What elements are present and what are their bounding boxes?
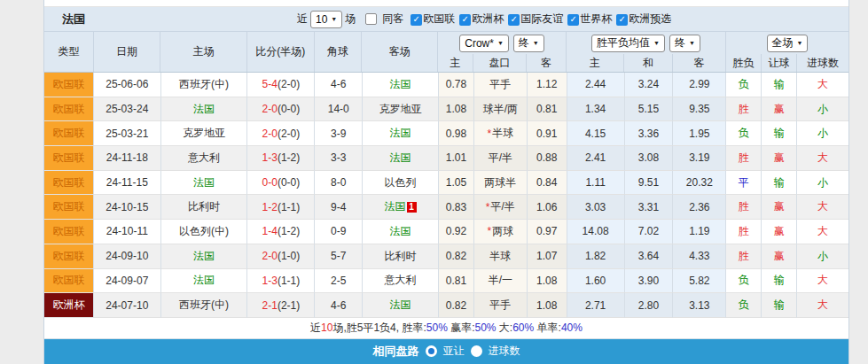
league-checkbox-label[interactable]: 欧洲预选 (629, 12, 671, 25)
handicap-cell: 半/一 (474, 269, 528, 294)
league-checkbox[interactable]: ✓ (567, 14, 579, 26)
home-team-cell[interactable]: 意大利 (161, 146, 248, 171)
asian-handicap-radio[interactable] (426, 345, 437, 357)
score-cell[interactable]: 0-0(0-0) (247, 171, 315, 196)
away-team-cell[interactable]: 法国 (363, 121, 439, 146)
away-team-name[interactable]: 法国 (390, 298, 411, 313)
league-checkbox[interactable]: ✓ (616, 14, 628, 26)
away-team-name[interactable]: 法国 (390, 151, 411, 166)
corners-cell: 5-7 (315, 244, 363, 269)
summary-segment: 10 (321, 321, 332, 334)
league-checkbox-label[interactable]: 欧国联 (423, 12, 455, 25)
home-team-cell[interactable]: 法国 (161, 97, 248, 122)
score-cell[interactable]: 2-0(2-0) (247, 121, 315, 146)
match-date-cell[interactable]: 24-10-15 (94, 195, 161, 220)
match-type-badge[interactable]: 欧国联 (44, 244, 94, 269)
league-checkbox[interactable]: ✓ (508, 14, 520, 26)
handicap-text: 两球 (492, 224, 513, 239)
match-date-cell[interactable]: 24-11-18 (94, 146, 161, 171)
score-cell[interactable]: 1-3(1-2) (247, 146, 315, 171)
away-team-cell[interactable]: 法国 (363, 146, 439, 171)
match-type-badge[interactable]: 欧国联 (44, 195, 94, 220)
match-date-cell[interactable]: 25-03-24 (94, 97, 161, 122)
league-checkbox-label[interactable]: 世界杯 (580, 12, 612, 25)
match-type-badge[interactable]: 欧国联 (44, 97, 94, 122)
handicap-cell: *半球 (474, 121, 528, 146)
match-count-select[interactable]: 10▼ (310, 11, 342, 28)
score-cell[interactable]: 1-4(1-2) (247, 220, 315, 244)
league-checkbox[interactable]: ✓ (411, 14, 422, 26)
match-type-badge[interactable]: 欧国联 (44, 121, 94, 146)
avg-draw-cell: 7.02 (625, 220, 674, 244)
score-cell[interactable]: 5-4(2-0) (247, 73, 315, 97)
score-cell[interactable]: 1-2(1-1) (247, 195, 315, 220)
odds-selects-row: Crow*▼ 终▼ 胜平负均值▼ 终▼ 全场▼ (438, 32, 848, 54)
away-team-cell[interactable]: 法国 (363, 220, 439, 244)
home-team-cell[interactable]: 法国 (161, 244, 248, 269)
handicap-text: 平手 (489, 77, 511, 92)
away-team-name[interactable]: 意大利 (385, 273, 417, 288)
corners-cell: 9-4 (315, 195, 363, 220)
match-date-cell[interactable]: 24-07-10 (94, 293, 161, 318)
home-team-cell[interactable]: 法国 (161, 171, 248, 196)
match-date-cell[interactable]: 24-10-11 (94, 220, 161, 244)
bookmaker-select[interactable]: Crow*▼ (459, 35, 509, 52)
league-checkbox-label[interactable]: 欧洲杯 (472, 12, 504, 25)
match-type-badge[interactable]: 欧洲杯 (44, 293, 94, 318)
away-team-cell[interactable]: 法国1 (363, 195, 439, 220)
match-date-cell[interactable]: 24-11-15 (94, 171, 161, 196)
score-cell[interactable]: 2-0(0-0) (247, 97, 315, 122)
final-odds-select-2[interactable]: 终▼ (669, 35, 700, 52)
away-team-cell[interactable]: 以色列 (363, 171, 439, 196)
home-team-cell[interactable]: 西班牙(中) (161, 293, 248, 318)
same-away-checkbox[interactable] (365, 13, 377, 25)
score-cell[interactable]: 2-0(1-0) (247, 244, 315, 269)
goals-label[interactable]: 进球数 (489, 344, 520, 359)
goals-result-cell: 小 (797, 244, 848, 269)
handicap-cell: 两球半 (474, 171, 528, 196)
away-team-name[interactable]: 比利时 (385, 249, 417, 264)
avg-draw-cell: 3.64 (625, 244, 674, 269)
match-type-badge[interactable]: 欧国联 (44, 73, 94, 97)
away-team-cell[interactable]: 克罗地亚 (363, 97, 439, 122)
league-checkbox[interactable]: ✓ (459, 14, 471, 26)
halftime-score: (1-2) (278, 151, 300, 164)
avg-odds-select[interactable]: 胜平负均值▼ (591, 35, 665, 52)
fulltime-select[interactable]: 全场▼ (767, 35, 809, 52)
handicap-result-cell: 赢 (762, 97, 797, 122)
match-date-cell[interactable]: 25-06-06 (94, 73, 161, 97)
winloss-result-cell: 负 (726, 293, 762, 318)
away-team-cell[interactable]: 比利时 (363, 244, 439, 269)
match-date-cell[interactable]: 24-09-07 (94, 269, 161, 294)
home-team-cell[interactable]: 比利时 (161, 195, 248, 220)
avg-draw-cell: 9.51 (625, 171, 674, 196)
away-team-name[interactable]: 法国 (385, 199, 406, 214)
home-team-cell[interactable]: 西班牙(中) (161, 73, 248, 97)
score-cell[interactable]: 1-3(1-1) (247, 269, 315, 294)
match-type-badge[interactable]: 欧国联 (44, 146, 94, 171)
league-checkbox-label[interactable]: 国际友谊 (520, 12, 563, 25)
handicap-cell: 半球 (474, 244, 528, 269)
away-team-cell[interactable]: 法国 (363, 293, 439, 318)
away-team-name[interactable]: 以色列 (385, 175, 417, 190)
asian-handicap-label[interactable]: 亚让 (443, 344, 465, 359)
away-team-name[interactable]: 法国 (390, 224, 411, 239)
goals-radio[interactable] (471, 345, 482, 357)
match-type-badge[interactable]: 欧国联 (44, 220, 94, 244)
match-date-cell[interactable]: 24-09-10 (94, 244, 161, 269)
summary-segment: 单率: (534, 321, 561, 336)
home-team-cell[interactable]: 法国 (161, 269, 248, 294)
away-team-cell[interactable]: 法国 (363, 73, 439, 97)
match-date-cell[interactable]: 25-03-21 (94, 121, 161, 146)
match-type-badge[interactable]: 欧国联 (44, 269, 94, 294)
score-cell[interactable]: 2-1(2-1) (247, 293, 315, 318)
away-team-cell[interactable]: 意大利 (363, 269, 439, 294)
away-team-name[interactable]: 克罗地亚 (379, 102, 422, 117)
away-team-name[interactable]: 法国 (390, 126, 411, 141)
final-odds-select-1[interactable]: 终▼ (513, 35, 544, 52)
match-type-badge[interactable]: 欧国联 (44, 171, 94, 196)
goals-result-cell: 大 (797, 146, 848, 171)
away-team-name[interactable]: 法国 (390, 77, 411, 92)
home-team-cell[interactable]: 克罗地亚 (161, 121, 248, 146)
home-team-cell[interactable]: 以色列(中) (161, 220, 248, 244)
